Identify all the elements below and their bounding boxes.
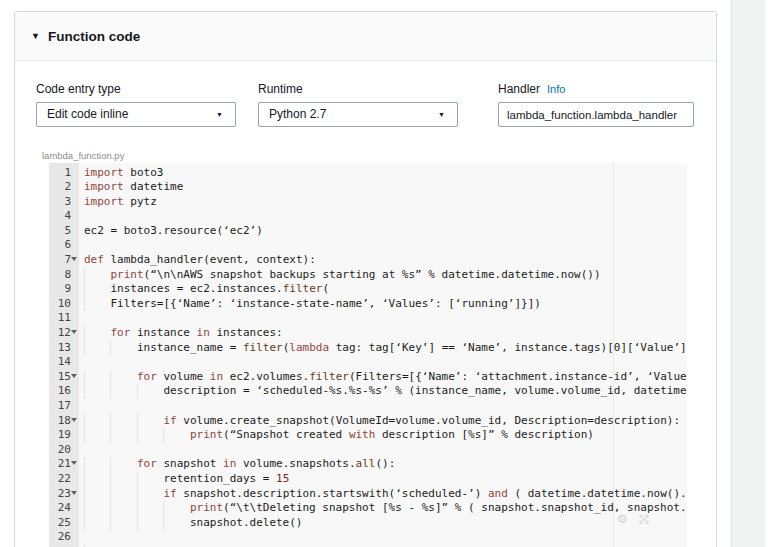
line-number: 20 [49, 443, 79, 458]
line-number: 12 [49, 326, 79, 341]
line-number: 19 [49, 428, 79, 443]
chevron-down-icon: ▼ [216, 103, 223, 126]
indent-guide [84, 282, 110, 297]
code-line: 20 [49, 443, 687, 458]
line-number: 13 [49, 341, 79, 356]
page-scroll-gutter[interactable] [731, 0, 765, 547]
code-entry-type-field: Code entry type Edit code inline ▼ [36, 82, 236, 127]
code-line: 9instances = ec2.instances.filter( [49, 282, 687, 297]
code-line-text [79, 238, 84, 253]
line-number: 11 [49, 311, 79, 326]
line-number: 1 [49, 166, 79, 181]
line-number: 6 [49, 238, 79, 253]
line-number: 8 [49, 268, 79, 283]
code-line-text: for volume in ec2.volumes.filter(Filters… [79, 370, 687, 385]
code-line: 18if volume.create_snapshot(VolumeId=vol… [49, 414, 687, 429]
line-number: 26 [49, 530, 79, 545]
code-line: 8print(“\n\nAWS snapshot backups startin… [49, 268, 687, 283]
code-line-text [79, 355, 84, 370]
line-number: 17 [49, 399, 79, 414]
chevron-down-icon: ▼ [438, 103, 445, 126]
editor-filename: lambda_function.py [42, 150, 124, 161]
indent-guide [84, 370, 137, 385]
editor-expand-icon[interactable]: ⤡⤢ [639, 513, 652, 526]
indent-guide [84, 341, 137, 356]
code-line: 11 [49, 311, 687, 326]
code-line-text: instance_name = filter(lambda tag: tag[‘… [79, 341, 687, 356]
code-line: 1import boto3 [49, 166, 687, 181]
code-line-text: import boto3 [79, 166, 164, 181]
code-line-text: def lambda_handler(event, context): [79, 253, 316, 268]
code-line: 24print(“\t\tDeleting snapshot [%s - %s]… [49, 501, 687, 516]
code-line: 19print(“Snapshot created with descripti… [49, 428, 687, 443]
fold-toggle-icon[interactable] [71, 330, 77, 334]
runtime-field: Runtime Python 2.7 ▼ [258, 82, 458, 127]
line-number: 2 [49, 180, 79, 195]
line-number: 21 [49, 457, 79, 472]
code-entry-type-label: Code entry type [36, 82, 236, 96]
panel-header[interactable]: ▼ Function code [15, 12, 716, 61]
fold-toggle-icon[interactable] [71, 374, 77, 378]
indent-guide [84, 297, 110, 312]
code-line: 13instance_name = filter(lambda tag: tag… [49, 341, 687, 356]
code-line-text: snapshot.delete() [79, 516, 303, 531]
code-line: 23if snapshot.description.startswith(‘sc… [49, 487, 687, 502]
handler-input[interactable] [498, 102, 694, 127]
fold-toggle-icon[interactable] [71, 491, 77, 495]
code-line: 16description = ‘scheduled-%s.%s-%s’ % (… [49, 384, 687, 399]
code-line: 6 [49, 238, 687, 253]
code-editor[interactable]: 1import boto32import datetime3import pyt… [49, 163, 687, 547]
code-line: 3import pytz [49, 195, 687, 210]
function-code-panel: ▼ Function code Code entry type Edit cod… [14, 11, 717, 547]
line-number: 18 [49, 414, 79, 429]
code-entry-type-select[interactable]: Edit code inline ▼ [36, 102, 236, 127]
code-line-text: Filters=[{‘Name’: ‘instance-state-name’,… [79, 297, 541, 312]
handler-field: HandlerInfo [498, 82, 694, 127]
fold-toggle-icon[interactable] [71, 418, 77, 422]
collapse-caret-icon[interactable]: ▼ [31, 31, 40, 41]
indent-guide [84, 428, 190, 443]
code-line: 15for volume in ec2.volumes.filter(Filte… [49, 370, 687, 385]
code-line: 4 [49, 209, 687, 224]
editor-corner-icons: ⚙ ⤡⤢ [617, 513, 652, 526]
code-line: 10Filters=[{‘Name’: ‘instance-state-name… [49, 297, 687, 312]
editor-settings-gear-icon[interactable]: ⚙ [617, 513, 630, 526]
code-line: 7def lambda_handler(event, context): [49, 253, 687, 268]
code-line: 14 [49, 355, 687, 370]
indent-guide [84, 487, 163, 502]
code-line-text [79, 209, 84, 224]
code-line-text [79, 311, 84, 326]
code-line: 12for instance in instances: [49, 326, 687, 341]
code-line-text: retention_days = 15 [79, 472, 289, 487]
fold-toggle-icon[interactable] [71, 257, 77, 261]
code-line-text [79, 443, 84, 458]
code-line-text: for snapshot in volume.snapshots.all(): [79, 457, 395, 472]
indent-guide [84, 384, 163, 399]
code-line: 2import datetime [49, 180, 687, 195]
fold-toggle-icon[interactable] [71, 461, 77, 465]
code-line-text [79, 530, 84, 545]
line-number: 3 [49, 195, 79, 210]
handler-info-link[interactable]: Info [547, 83, 565, 95]
line-number: 23 [49, 487, 79, 502]
line-number: 5 [49, 224, 79, 239]
runtime-label: Runtime [258, 82, 458, 96]
code-line-text: for instance in instances: [79, 326, 283, 341]
code-line-text: print(“\t\tDeleting snapshot [%s - %s]” … [79, 501, 687, 516]
indent-guide [84, 268, 110, 283]
code-line-text: instances = ec2.instances.filter( [79, 282, 329, 297]
line-number: 7 [49, 253, 79, 268]
line-number: 22 [49, 472, 79, 487]
code-line: 17 [49, 399, 687, 414]
line-number: 15 [49, 370, 79, 385]
code-line-text [79, 399, 84, 414]
code-line-text: import datetime [79, 180, 183, 195]
runtime-select[interactable]: Python 2.7 ▼ [258, 102, 458, 127]
code-line-text: print(“Snapshot created with description… [79, 428, 594, 443]
line-number: 16 [49, 384, 79, 399]
line-number: 24 [49, 501, 79, 516]
code-line-text: description = ‘scheduled-%s.%s-%s’ % (in… [79, 384, 687, 399]
code-line: 21for snapshot in volume.snapshots.all()… [49, 457, 687, 472]
code-line: 26 [49, 530, 687, 545]
code-editor-lines: 1import boto32import datetime3import pyt… [49, 166, 687, 547]
